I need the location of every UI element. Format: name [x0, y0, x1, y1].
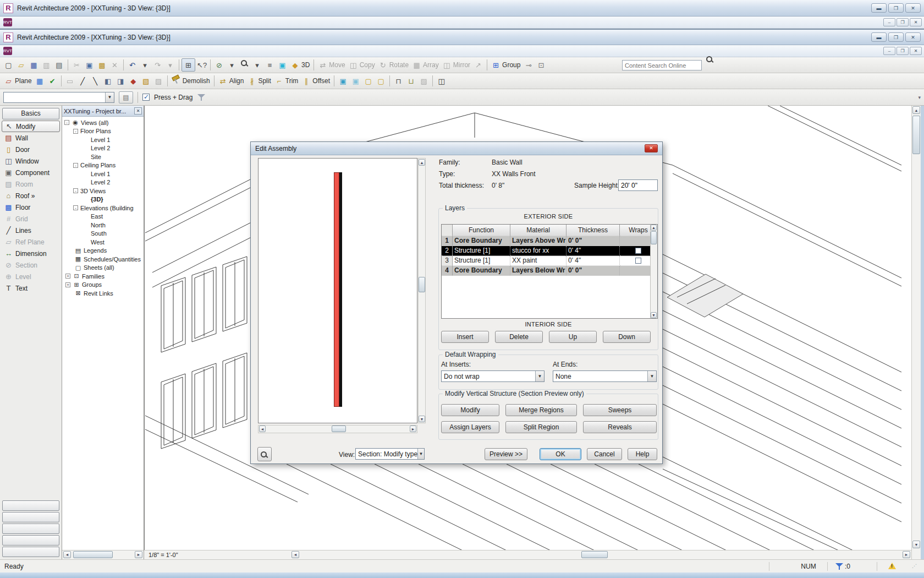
menu-item[interactable]: [65, 17, 75, 29]
layer-row[interactable]: 1Core BoundaryLayers Above Wr0' 0": [442, 236, 657, 246]
filter-status-icon[interactable]: [835, 562, 844, 571]
layer-row[interactable]: 2Structure [1]stucco for xx0' 4": [442, 246, 657, 256]
offset[interactable]: ∥Offset: [300, 74, 332, 88]
scroll-thumb[interactable]: [332, 426, 346, 432]
up-button[interactable]: Up: [549, 331, 597, 343]
help-button[interactable]: Help: [628, 448, 657, 460]
preview-button[interactable]: Preview >>: [485, 448, 527, 460]
redo-menu[interactable]: ▾: [164, 58, 177, 72]
scroll-right-icon[interactable]: ►: [903, 551, 910, 558]
design-bar-item[interactable]: ▤Wall: [0, 132, 62, 144]
tree-item[interactable]: East: [62, 212, 144, 221]
merge-regions-button[interactable]: Merge Regions: [505, 404, 577, 416]
drawing-hscrollbar[interactable]: 1/8" = 1'-0" ◄ ►: [144, 550, 911, 559]
trim[interactable]: ⌐Trim: [273, 74, 300, 88]
menu-item[interactable]: [105, 17, 114, 29]
copy-element[interactable]: ◫Copy: [347, 58, 377, 72]
default-3d-view[interactable]: ▣: [276, 58, 289, 72]
tree-item[interactable]: -◉Views (all): [62, 118, 144, 127]
design-bar-tab[interactable]: [2, 500, 59, 511]
open-file[interactable]: ▱: [15, 58, 28, 72]
design-bar-item[interactable]: ▨Room: [0, 178, 62, 190]
menu-item[interactable]: [45, 17, 55, 29]
scroll-right-icon[interactable]: ►: [135, 551, 142, 558]
unjoin-geometry[interactable]: ▢: [375, 74, 387, 88]
tree-expander-icon[interactable]: -: [73, 129, 78, 134]
child-minimize-button[interactable]: –: [883, 18, 895, 26]
match-type[interactable]: ╱: [76, 74, 89, 88]
menu-item[interactable]: [75, 45, 85, 57]
press-drag-checkbox[interactable]: [142, 94, 150, 101]
menu-item[interactable]: [95, 17, 105, 29]
design-bar-item[interactable]: ↖Modify: [2, 121, 60, 132]
at-ends-select[interactable]: None ▼: [553, 370, 657, 382]
tree-item[interactable]: Level 1: [62, 135, 144, 144]
scroll-thumb[interactable]: [73, 551, 113, 558]
menu-item[interactable]: [85, 45, 95, 57]
layer-row[interactable]: 3Structure [1]XX paint0' 4": [442, 256, 657, 266]
dialog-close-icon[interactable]: ✕: [645, 144, 658, 152]
design-bar-item[interactable]: ▯Door: [0, 144, 62, 155]
ok-button[interactable]: OK: [540, 448, 581, 460]
options-overflow-icon[interactable]: ▾: [918, 95, 921, 100]
tree-item[interactable]: +⊞Groups: [62, 281, 144, 290]
menu-item[interactable]: [65, 45, 75, 57]
tree-item[interactable]: Level 2: [62, 178, 144, 187]
tree-item[interactable]: ▢Sheets (all): [62, 264, 144, 272]
demolish[interactable]: Demolish: [170, 74, 212, 88]
scroll-left-icon[interactable]: ◄: [292, 551, 299, 558]
menu-item[interactable]: [95, 45, 105, 57]
tree-item[interactable]: Level 2: [62, 144, 144, 153]
warning-icon[interactable]: [888, 562, 897, 570]
menu-item[interactable]: [85, 17, 95, 29]
tree-expander-icon[interactable]: -: [73, 163, 78, 168]
grid-snap[interactable]: ▦: [34, 74, 46, 88]
spelling[interactable]: ✔: [46, 74, 59, 88]
close-button[interactable]: ✕: [905, 3, 921, 13]
redo[interactable]: ↷: [151, 58, 164, 72]
save-all[interactable]: ▥: [40, 58, 53, 72]
layers-table[interactable]: Function Material Thickness Wraps 1Core …: [441, 224, 658, 319]
menu-item[interactable]: [75, 17, 85, 29]
scroll-up-icon[interactable]: ▲: [419, 159, 425, 166]
design-bar-tab[interactable]: [2, 524, 59, 534]
search-input[interactable]: [623, 62, 705, 69]
pin[interactable]: ⊸: [522, 58, 535, 72]
resize[interactable]: ↗: [472, 58, 485, 72]
child-minimize-button-2[interactable]: –: [883, 47, 895, 55]
tree-item[interactable]: +⊡Families: [62, 272, 144, 281]
preview-hscrollbar[interactable]: ◄ ►: [258, 425, 417, 433]
element-properties-button[interactable]: ▤: [119, 91, 133, 103]
thin-lines[interactable]: ≡: [263, 58, 276, 72]
array[interactable]: ▦Array: [410, 58, 441, 72]
design-bar-item[interactable]: ⊘Section: [0, 259, 62, 271]
wraps-checkbox[interactable]: [635, 248, 641, 254]
menu-item[interactable]: [55, 45, 65, 57]
design-bar-header[interactable]: Basics: [2, 108, 59, 119]
split[interactable]: ∦Split: [245, 74, 272, 88]
undo-menu[interactable]: ▾: [139, 58, 151, 72]
work-plane[interactable]: ▱Plane: [2, 74, 34, 88]
scroll-thumb[interactable]: [581, 551, 608, 558]
scroll-thumb[interactable]: [419, 277, 425, 292]
cut[interactable]: ✂: [70, 58, 83, 72]
view-scale[interactable]: 1/8" = 1'-0": [148, 552, 178, 558]
project-browser-toggle[interactable]: ⊞: [182, 58, 195, 72]
camera-view[interactable]: ◆3D: [289, 58, 311, 72]
tree-item[interactable]: North: [62, 221, 144, 230]
rotate[interactable]: ↻Rotate: [377, 58, 410, 72]
zoom-menu[interactable]: ▾: [251, 58, 263, 72]
combo-arrow-icon[interactable]: ▼: [535, 371, 544, 381]
delete-button[interactable]: Delete: [495, 331, 543, 343]
assign-layers-button[interactable]: Assign Layers: [441, 421, 499, 433]
design-bar-item[interactable]: ⌂Roof »: [0, 190, 62, 201]
tree-expander-icon[interactable]: -: [73, 205, 78, 210]
new-file[interactable]: ▢: [2, 58, 15, 72]
design-bar-item[interactable]: ▩Floor: [0, 201, 62, 213]
design-bar-item[interactable]: ▣Component: [0, 167, 62, 178]
design-bar-item[interactable]: ⊕Level: [0, 271, 62, 282]
material-column-header[interactable]: Material: [510, 225, 566, 236]
uncut-geometry[interactable]: ▣: [349, 74, 362, 88]
scroll-thumb[interactable]: [912, 116, 920, 154]
design-bar-tab[interactable]: [2, 535, 59, 546]
